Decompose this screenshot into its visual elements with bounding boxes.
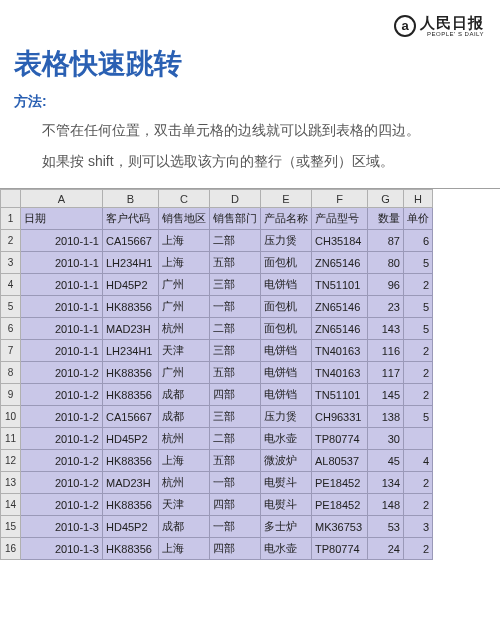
cell[interactable]: 138 <box>368 406 404 428</box>
row-head-11[interactable]: 11 <box>1 428 21 450</box>
row-head-8[interactable]: 8 <box>1 362 21 384</box>
cell[interactable]: HK88356 <box>103 362 159 384</box>
row-head-3[interactable]: 3 <box>1 252 21 274</box>
row-head-12[interactable]: 12 <box>1 450 21 472</box>
cell[interactable]: 电熨斗 <box>261 472 312 494</box>
header-cell[interactable]: 客户代码 <box>103 208 159 230</box>
cell[interactable]: 五部 <box>210 252 261 274</box>
cell[interactable]: 6 <box>404 230 433 252</box>
cell[interactable]: 2010-1-3 <box>21 516 103 538</box>
row-head-6[interactable]: 6 <box>1 318 21 340</box>
col-head-F[interactable]: F <box>312 190 368 208</box>
cell[interactable]: 电饼铛 <box>261 340 312 362</box>
cell[interactable]: CA15667 <box>103 406 159 428</box>
cell[interactable]: 天津 <box>159 494 210 516</box>
cell[interactable]: 2010-1-3 <box>21 538 103 560</box>
cell[interactable]: TN40163 <box>312 362 368 384</box>
col-head-G[interactable]: G <box>368 190 404 208</box>
cell[interactable]: HK88356 <box>103 538 159 560</box>
cell[interactable]: 5 <box>404 406 433 428</box>
cell[interactable]: 上海 <box>159 230 210 252</box>
header-cell[interactable]: 日期 <box>21 208 103 230</box>
cell[interactable]: 2010-1-2 <box>21 406 103 428</box>
cell[interactable]: 成都 <box>159 406 210 428</box>
cell[interactable]: HD45P2 <box>103 428 159 450</box>
cell[interactable]: 一部 <box>210 296 261 318</box>
cell[interactable]: 面包机 <box>261 296 312 318</box>
cell[interactable]: 天津 <box>159 340 210 362</box>
cell[interactable]: CH96331 <box>312 406 368 428</box>
cell[interactable]: 145 <box>368 384 404 406</box>
cell[interactable]: HD45P2 <box>103 516 159 538</box>
cell[interactable]: 30 <box>368 428 404 450</box>
cell[interactable]: HK88356 <box>103 384 159 406</box>
cell[interactable]: 2010-1-1 <box>21 274 103 296</box>
cell[interactable]: MAD23H <box>103 318 159 340</box>
cell[interactable]: 143 <box>368 318 404 340</box>
cell[interactable]: 96 <box>368 274 404 296</box>
cell[interactable]: AL80537 <box>312 450 368 472</box>
col-head-E[interactable]: E <box>261 190 312 208</box>
header-cell[interactable]: 数量 <box>368 208 404 230</box>
cell[interactable]: HD45P2 <box>103 274 159 296</box>
cell[interactable]: 上海 <box>159 538 210 560</box>
cell[interactable]: HK88356 <box>103 450 159 472</box>
col-head-H[interactable]: H <box>404 190 433 208</box>
cell[interactable]: TN51101 <box>312 384 368 406</box>
cell[interactable]: TP80774 <box>312 428 368 450</box>
cell[interactable]: HK88356 <box>103 296 159 318</box>
cell[interactable]: 2 <box>404 538 433 560</box>
cell[interactable]: 24 <box>368 538 404 560</box>
cell[interactable]: 80 <box>368 252 404 274</box>
cell[interactable]: 四部 <box>210 538 261 560</box>
cell[interactable]: 面包机 <box>261 318 312 340</box>
cell[interactable]: 117 <box>368 362 404 384</box>
cell[interactable]: 二部 <box>210 428 261 450</box>
cell[interactable]: 二部 <box>210 230 261 252</box>
cell[interactable]: 广州 <box>159 362 210 384</box>
row-head-1[interactable]: 1 <box>1 208 21 230</box>
row-head-4[interactable]: 4 <box>1 274 21 296</box>
cell[interactable]: 微波炉 <box>261 450 312 472</box>
cell[interactable]: 2010-1-1 <box>21 296 103 318</box>
cell[interactable]: 电水壶 <box>261 538 312 560</box>
cell[interactable]: TP80774 <box>312 538 368 560</box>
cell[interactable]: TN40163 <box>312 340 368 362</box>
cell[interactable]: 2010-1-2 <box>21 494 103 516</box>
header-cell[interactable]: 销售地区 <box>159 208 210 230</box>
cell[interactable]: 压力煲 <box>261 406 312 428</box>
cell[interactable]: 5 <box>404 296 433 318</box>
cell[interactable]: 2010-1-2 <box>21 362 103 384</box>
header-cell[interactable]: 单价 <box>404 208 433 230</box>
cell[interactable]: 杭州 <box>159 318 210 340</box>
cell[interactable]: 电饼铛 <box>261 362 312 384</box>
header-cell[interactable]: 销售部门 <box>210 208 261 230</box>
cell[interactable]: 面包机 <box>261 252 312 274</box>
cell[interactable]: 116 <box>368 340 404 362</box>
row-head-13[interactable]: 13 <box>1 472 21 494</box>
cell[interactable]: 2 <box>404 340 433 362</box>
cell[interactable]: 2010-1-1 <box>21 340 103 362</box>
cell[interactable]: 压力煲 <box>261 230 312 252</box>
cell[interactable]: 一部 <box>210 472 261 494</box>
cell[interactable]: 2 <box>404 274 433 296</box>
cell[interactable]: PE18452 <box>312 472 368 494</box>
row-head-16[interactable]: 16 <box>1 538 21 560</box>
cell[interactable]: 2010-1-2 <box>21 428 103 450</box>
cell[interactable]: 2 <box>404 362 433 384</box>
cell[interactable]: PE18452 <box>312 494 368 516</box>
row-head-15[interactable]: 15 <box>1 516 21 538</box>
cell[interactable]: 广州 <box>159 274 210 296</box>
cell[interactable]: ZN65146 <box>312 296 368 318</box>
row-head-9[interactable]: 9 <box>1 384 21 406</box>
cell[interactable]: LH234H1 <box>103 252 159 274</box>
header-cell[interactable]: 产品名称 <box>261 208 312 230</box>
cell[interactable]: 2010-1-1 <box>21 230 103 252</box>
cell[interactable]: 一部 <box>210 516 261 538</box>
header-cell[interactable]: 产品型号 <box>312 208 368 230</box>
cell[interactable] <box>404 428 433 450</box>
cell[interactable]: MK36753 <box>312 516 368 538</box>
row-head-14[interactable]: 14 <box>1 494 21 516</box>
cell[interactable]: 四部 <box>210 494 261 516</box>
cell[interactable]: 电熨斗 <box>261 494 312 516</box>
